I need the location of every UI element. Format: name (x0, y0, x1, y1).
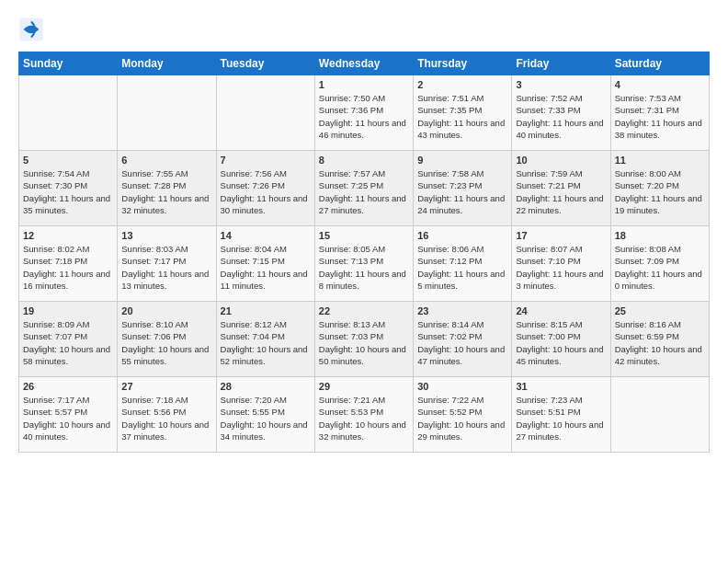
day-number: 12 (23, 230, 113, 241)
calendar-week-5: 26Sunrise: 7:17 AM Sunset: 5:57 PM Dayli… (19, 377, 710, 453)
calendar-cell: 30Sunrise: 7:22 AM Sunset: 5:52 PM Dayli… (414, 377, 512, 453)
day-number: 21 (221, 305, 311, 316)
day-number: 23 (417, 305, 507, 316)
day-number: 14 (221, 230, 311, 241)
day-info: Sunrise: 8:02 AM Sunset: 7:18 PM Dayligh… (23, 243, 113, 292)
calendar-cell: 31Sunrise: 7:23 AM Sunset: 5:51 PM Dayli… (512, 377, 610, 453)
calendar-header: SundayMondayTuesdayWednesdayThursdayFrid… (19, 52, 710, 75)
day-info: Sunrise: 8:05 AM Sunset: 7:13 PM Dayligh… (319, 243, 409, 292)
day-info: Sunrise: 7:55 AM Sunset: 7:28 PM Dayligh… (121, 167, 211, 216)
calendar-cell (19, 75, 118, 151)
day-number: 31 (516, 381, 606, 392)
calendar-cell: 10Sunrise: 7:59 AM Sunset: 7:21 PM Dayli… (512, 151, 610, 226)
day-number: 6 (121, 155, 211, 166)
day-number: 27 (121, 381, 211, 392)
day-info: Sunrise: 7:18 AM Sunset: 5:56 PM Dayligh… (121, 394, 211, 442)
calendar-cell: 22Sunrise: 8:13 AM Sunset: 7:03 PM Dayli… (314, 302, 413, 377)
calendar-cell: 21Sunrise: 8:12 AM Sunset: 7:04 PM Dayli… (216, 302, 314, 377)
calendar-cell: 23Sunrise: 8:14 AM Sunset: 7:02 PM Dayli… (414, 302, 512, 377)
day-number: 22 (319, 305, 409, 316)
calendar-week-3: 12Sunrise: 8:02 AM Sunset: 7:18 PM Dayli… (19, 226, 710, 302)
day-info: Sunrise: 7:20 AM Sunset: 5:55 PM Dayligh… (221, 394, 311, 442)
day-info: Sunrise: 8:15 AM Sunset: 7:00 PM Dayligh… (516, 318, 606, 367)
header-friday: Friday (512, 52, 610, 75)
day-info: Sunrise: 7:56 AM Sunset: 7:26 PM Dayligh… (221, 167, 311, 216)
day-info: Sunrise: 7:54 AM Sunset: 7:30 PM Dayligh… (23, 167, 113, 216)
day-number: 19 (23, 305, 113, 316)
calendar-cell: 5Sunrise: 7:54 AM Sunset: 7:30 PM Daylig… (19, 151, 118, 226)
day-info: Sunrise: 7:23 AM Sunset: 5:51 PM Dayligh… (516, 394, 606, 442)
calendar-cell: 19Sunrise: 8:09 AM Sunset: 7:07 PM Dayli… (19, 302, 118, 377)
calendar-cell (118, 75, 216, 151)
day-number: 13 (121, 230, 211, 241)
header-thursday: Thursday (414, 52, 512, 75)
day-number: 29 (319, 381, 409, 392)
calendar-cell: 24Sunrise: 8:15 AM Sunset: 7:00 PM Dayli… (512, 302, 610, 377)
header-monday: Monday (118, 52, 216, 75)
day-info: Sunrise: 8:07 AM Sunset: 7:10 PM Dayligh… (516, 243, 606, 292)
day-info: Sunrise: 8:04 AM Sunset: 7:15 PM Dayligh… (221, 243, 311, 292)
day-info: Sunrise: 7:53 AM Sunset: 7:31 PM Dayligh… (615, 92, 705, 141)
day-info: Sunrise: 7:59 AM Sunset: 7:21 PM Dayligh… (516, 167, 606, 216)
calendar-cell: 18Sunrise: 8:08 AM Sunset: 7:09 PM Dayli… (610, 226, 709, 302)
day-info: Sunrise: 8:00 AM Sunset: 7:20 PM Dayligh… (615, 167, 705, 216)
day-number: 15 (319, 230, 409, 241)
day-info: Sunrise: 8:06 AM Sunset: 7:12 PM Dayligh… (417, 243, 507, 292)
calendar-cell (216, 75, 314, 151)
calendar-cell: 25Sunrise: 8:16 AM Sunset: 6:59 PM Dayli… (610, 302, 709, 377)
logo-icon (18, 17, 44, 42)
calendar-cell: 14Sunrise: 8:04 AM Sunset: 7:15 PM Dayli… (216, 226, 314, 302)
day-info: Sunrise: 7:52 AM Sunset: 7:33 PM Dayligh… (516, 92, 606, 141)
header-sunday: Sunday (19, 52, 118, 75)
day-number: 8 (319, 155, 409, 166)
logo (18, 17, 48, 42)
header-row-days: SundayMondayTuesdayWednesdayThursdayFrid… (19, 52, 710, 75)
day-number: 4 (615, 79, 705, 90)
day-number: 28 (221, 381, 311, 392)
calendar-cell: 15Sunrise: 8:05 AM Sunset: 7:13 PM Dayli… (314, 226, 413, 302)
day-number: 24 (516, 305, 606, 316)
header-saturday: Saturday (610, 52, 709, 75)
page: SundayMondayTuesdayWednesdayThursdayFrid… (0, 0, 728, 462)
header-row (18, 17, 710, 42)
calendar-cell: 1Sunrise: 7:50 AM Sunset: 7:36 PM Daylig… (314, 75, 413, 151)
day-number: 25 (615, 305, 705, 316)
calendar-cell: 8Sunrise: 7:57 AM Sunset: 7:25 PM Daylig… (314, 151, 413, 226)
day-number: 20 (121, 305, 211, 316)
calendar-cell: 17Sunrise: 8:07 AM Sunset: 7:10 PM Dayli… (512, 226, 610, 302)
day-info: Sunrise: 8:12 AM Sunset: 7:04 PM Dayligh… (221, 318, 311, 367)
day-info: Sunrise: 8:13 AM Sunset: 7:03 PM Dayligh… (319, 318, 409, 367)
svg-point-1 (28, 27, 35, 33)
calendar-cell: 12Sunrise: 8:02 AM Sunset: 7:18 PM Dayli… (19, 226, 118, 302)
day-info: Sunrise: 8:08 AM Sunset: 7:09 PM Dayligh… (615, 243, 705, 292)
day-info: Sunrise: 7:58 AM Sunset: 7:23 PM Dayligh… (417, 167, 507, 216)
calendar-cell: 29Sunrise: 7:21 AM Sunset: 5:53 PM Dayli… (314, 377, 413, 453)
calendar-table: SundayMondayTuesdayWednesdayThursdayFrid… (18, 52, 710, 453)
calendar-cell: 27Sunrise: 7:18 AM Sunset: 5:56 PM Dayli… (118, 377, 216, 453)
calendar-cell: 16Sunrise: 8:06 AM Sunset: 7:12 PM Dayli… (414, 226, 512, 302)
day-info: Sunrise: 8:16 AM Sunset: 6:59 PM Dayligh… (615, 318, 705, 367)
calendar-cell: 6Sunrise: 7:55 AM Sunset: 7:28 PM Daylig… (118, 151, 216, 226)
day-info: Sunrise: 7:51 AM Sunset: 7:35 PM Dayligh… (417, 92, 507, 141)
day-info: Sunrise: 7:17 AM Sunset: 5:57 PM Dayligh… (23, 394, 113, 442)
calendar-cell: 7Sunrise: 7:56 AM Sunset: 7:26 PM Daylig… (216, 151, 314, 226)
calendar-cell: 11Sunrise: 8:00 AM Sunset: 7:20 PM Dayli… (610, 151, 709, 226)
calendar-week-1: 1Sunrise: 7:50 AM Sunset: 7:36 PM Daylig… (19, 75, 710, 151)
calendar-cell: 20Sunrise: 8:10 AM Sunset: 7:06 PM Dayli… (118, 302, 216, 377)
calendar-cell: 28Sunrise: 7:20 AM Sunset: 5:55 PM Dayli… (216, 377, 314, 453)
day-info: Sunrise: 8:09 AM Sunset: 7:07 PM Dayligh… (23, 318, 113, 367)
calendar-cell (610, 377, 709, 453)
day-info: Sunrise: 8:03 AM Sunset: 7:17 PM Dayligh… (121, 243, 211, 292)
calendar-cell: 9Sunrise: 7:58 AM Sunset: 7:23 PM Daylig… (414, 151, 512, 226)
calendar-cell: 3Sunrise: 7:52 AM Sunset: 7:33 PM Daylig… (512, 75, 610, 151)
day-number: 9 (417, 155, 507, 166)
day-number: 26 (23, 381, 113, 392)
day-number: 17 (516, 230, 606, 241)
day-info: Sunrise: 7:21 AM Sunset: 5:53 PM Dayligh… (319, 394, 409, 442)
calendar-week-4: 19Sunrise: 8:09 AM Sunset: 7:07 PM Dayli… (19, 302, 710, 377)
day-number: 2 (417, 79, 507, 90)
day-info: Sunrise: 8:14 AM Sunset: 7:02 PM Dayligh… (417, 318, 507, 367)
day-number: 30 (417, 381, 507, 392)
calendar-body: 1Sunrise: 7:50 AM Sunset: 7:36 PM Daylig… (19, 75, 710, 453)
header-wednesday: Wednesday (314, 52, 413, 75)
